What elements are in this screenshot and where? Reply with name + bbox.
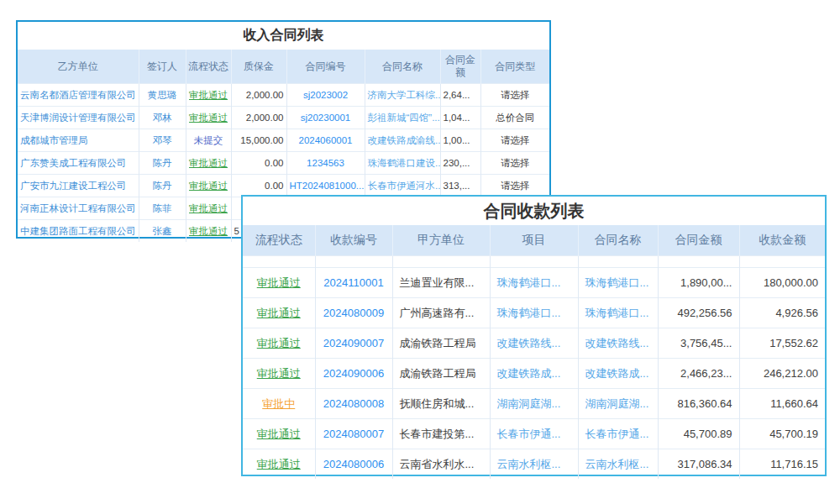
cell-signer[interactable]: 张鑫 bbox=[139, 220, 186, 243]
col-header-party-a-unit: 甲方单位 bbox=[392, 225, 490, 256]
cell-quality-deposit: 2,000.00 bbox=[231, 107, 286, 129]
receipt-list-panel: 合同收款列表 流程状态收款编号甲方单位项目合同名称合同金额收款金额审批通过202… bbox=[241, 195, 827, 476]
cell-receipt-no[interactable]: 2024090007 bbox=[315, 328, 392, 359]
cell-receipt-no[interactable]: 2024080008 bbox=[315, 389, 392, 419]
cell-contract-name[interactable]: 改建铁路成渝线... bbox=[365, 129, 440, 152]
cell-quality-deposit: 2,000.00 bbox=[231, 84, 286, 107]
table-row: 审批通过2024080006云南省水利水...云南水利枢...云南水利枢...3… bbox=[243, 449, 825, 480]
cell-contract-amount: 317,086.34 bbox=[658, 449, 739, 480]
cell-contract-amount: 1,00... bbox=[440, 129, 480, 152]
cell-contract-amount: 492,256.56 bbox=[658, 298, 739, 328]
cell-contract-no[interactable]: 2024060001 bbox=[286, 129, 365, 152]
cell-project[interactable]: 湖南洞庭湖... bbox=[490, 389, 578, 419]
cell-contract-name[interactable]: 珠海鹤港口... bbox=[578, 268, 658, 298]
cell-party-b-unit[interactable]: 成都城市管理局 bbox=[18, 129, 139, 152]
cell-process-status[interactable]: 审批通过 bbox=[243, 268, 315, 298]
cell-project[interactable]: 珠海鹤港口... bbox=[490, 298, 578, 328]
cell-party-a-unit: 云南省水利水... bbox=[392, 449, 490, 480]
cell-process-status[interactable]: 审批通过 bbox=[186, 107, 231, 129]
cell-project[interactable]: 改建铁路线... bbox=[490, 328, 578, 359]
cell-contract-amount: 1,890,00... bbox=[658, 268, 739, 298]
cell-contract-name[interactable]: 云南水利枢... bbox=[578, 449, 658, 480]
cell-process-status[interactable]: 审批通过 bbox=[243, 449, 315, 480]
cell-project[interactable]: 云南水利枢... bbox=[490, 449, 578, 480]
col-header-contract-name: 合同名称 bbox=[578, 225, 658, 256]
cell-contract-name[interactable]: 长春市伊通河水... bbox=[365, 175, 440, 197]
cell-quality-deposit: 0.00 bbox=[231, 175, 286, 197]
cell-process-status[interactable]: 审批通过 bbox=[186, 152, 231, 175]
cell-contract-no[interactable]: sj2023002 bbox=[286, 84, 365, 107]
cell-contract-name[interactable]: 湖南洞庭湖... bbox=[578, 389, 658, 419]
cell-contract-amount: 230,... bbox=[440, 152, 480, 175]
cell-contract-no[interactable]: 1234563 bbox=[286, 152, 365, 175]
cell-receipt-no[interactable]: 2024080006 bbox=[315, 449, 392, 480]
cell-contract-name[interactable]: 改建铁路线... bbox=[578, 328, 658, 359]
cell-party-b-unit[interactable]: 广东赞美成工程有限公司 bbox=[18, 152, 139, 175]
cell-signer[interactable]: 邓琴 bbox=[139, 129, 186, 152]
cell-party-b-unit[interactable]: 广安市九江建设工程公司 bbox=[18, 175, 139, 197]
cell-process-status[interactable]: 审批通过 bbox=[186, 220, 231, 243]
cell-signer[interactable]: 陈丹 bbox=[139, 152, 186, 175]
cell-contract-no[interactable]: HT2024081000... bbox=[286, 175, 365, 197]
cell-contract-amount: 313,... bbox=[440, 175, 480, 197]
cell-process-status[interactable]: 审批通过 bbox=[243, 359, 315, 389]
cell-receipt-amount: 11,716.15 bbox=[739, 449, 825, 480]
receipt-list-table: 流程状态收款编号甲方单位项目合同名称合同金额收款金额审批通过2024110001… bbox=[243, 225, 825, 479]
cell-contract-name[interactable]: 珠海鹤港口建设... bbox=[365, 152, 440, 175]
col-header-contract-amount: 合同金额 bbox=[658, 225, 739, 256]
cell-contract-type: 总价合同 bbox=[480, 107, 549, 129]
cell-signer[interactable]: 邓林 bbox=[139, 107, 186, 129]
cell-process-status[interactable]: 审批通过 bbox=[243, 328, 315, 359]
col-header-receipt-amount: 收款金额 bbox=[739, 225, 825, 256]
cell-project[interactable]: 长春市伊通... bbox=[490, 419, 578, 449]
cell-process-status[interactable]: 审批中 bbox=[243, 389, 315, 419]
cell-party-a-unit: 长春市建投第... bbox=[392, 419, 490, 449]
cell-signer[interactable]: 黄思璐 bbox=[139, 84, 186, 107]
cell-process-status[interactable]: 审批通过 bbox=[186, 175, 231, 197]
cell-quality-deposit: 15,000.00 bbox=[231, 129, 286, 152]
cell-receipt-no[interactable]: 2024110001 bbox=[315, 268, 392, 298]
receipt-list-title: 合同收款列表 bbox=[243, 197, 825, 225]
cell-process-status[interactable]: 审批通过 bbox=[243, 419, 315, 449]
cell-contract-type: 请选择 bbox=[480, 84, 549, 107]
col-header-process-status: 流程状态 bbox=[243, 225, 315, 256]
cell-contract-name[interactable]: 珠海鹤港口... bbox=[578, 298, 658, 328]
cell-party-a-unit: 成渝铁路工程局 bbox=[392, 359, 490, 389]
cell-signer[interactable]: 陈丹 bbox=[139, 175, 186, 197]
cell-contract-amount: 3,756,45... bbox=[658, 328, 739, 359]
cell-project[interactable]: 改建铁路成... bbox=[490, 359, 578, 389]
table-row: 审批中2024080008抚顺住房和城...湖南洞庭湖...湖南洞庭湖...81… bbox=[243, 389, 825, 419]
cell-project[interactable]: 珠海鹤港口... bbox=[490, 268, 578, 298]
cell-contract-no[interactable]: sj20230001 bbox=[286, 107, 365, 129]
cell-party-b-unit[interactable]: 中建集团路面工程有限公司 bbox=[18, 220, 139, 243]
col-header-signer: 签订人 bbox=[139, 50, 186, 84]
cell-contract-amount: 816,360.64 bbox=[658, 389, 739, 419]
cell-receipt-no[interactable]: 2024090006 bbox=[315, 359, 392, 389]
cell-receipt-amount: 45,700.19 bbox=[739, 419, 825, 449]
cell-contract-name[interactable]: 长春市伊通... bbox=[578, 419, 658, 449]
col-header-receipt-no: 收款编号 bbox=[315, 225, 392, 256]
cell-receipt-amount: 180,000.00 bbox=[739, 268, 825, 298]
cell-party-a-unit: 成渝铁路工程局 bbox=[392, 328, 490, 359]
cell-process-status[interactable]: 未提交 bbox=[186, 129, 231, 152]
cell-party-b-unit[interactable]: 云南名都酒店管理有限公司 bbox=[18, 84, 139, 107]
cell-contract-amount: 2,64... bbox=[440, 84, 480, 107]
income-contract-title: 收入合同列表 bbox=[18, 22, 549, 50]
cell-contract-name[interactable]: 济南大学工科综... bbox=[365, 84, 440, 107]
table-row: 云南名都酒店管理有限公司黄思璐审批通过2,000.00sj2023002济南大学… bbox=[18, 84, 549, 107]
cell-process-status[interactable]: 审批通过 bbox=[243, 298, 315, 328]
cell-party-a-unit: 广州高速路有... bbox=[392, 298, 490, 328]
cell-receipt-no[interactable]: 2024080009 bbox=[315, 298, 392, 328]
cell-party-b-unit[interactable]: 天津博润设计管理有限公司 bbox=[18, 107, 139, 129]
cell-receipt-no[interactable]: 2024080007 bbox=[315, 419, 392, 449]
cell-process-status[interactable]: 审批通过 bbox=[186, 197, 231, 220]
cell-contract-name[interactable]: 改建铁路成... bbox=[578, 359, 658, 389]
cell-signer[interactable]: 陈菲 bbox=[139, 197, 186, 220]
cell-party-b-unit[interactable]: 河南正林设计工程有限公司 bbox=[18, 197, 139, 220]
table-row: 审批通过2024090006成渝铁路工程局改建铁路成...改建铁路成...2,4… bbox=[243, 359, 825, 389]
cell-process-status[interactable]: 审批通过 bbox=[186, 84, 231, 107]
cell-receipt-amount: 11,660.64 bbox=[739, 389, 825, 419]
cell-receipt-amount: 17,552.62 bbox=[739, 328, 825, 359]
table-row: 成都城市管理局邓琴未提交15,000.002024060001改建铁路成渝线..… bbox=[18, 129, 549, 152]
cell-contract-name[interactable]: 彭祖新城“四馆”... bbox=[365, 107, 440, 129]
